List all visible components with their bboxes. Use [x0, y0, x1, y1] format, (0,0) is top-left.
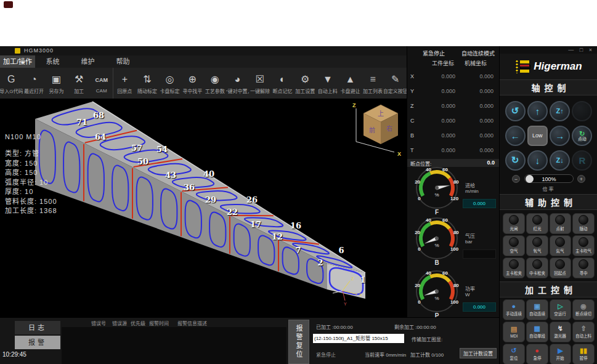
toolbar-item-import-gcode[interactable]: G导入G代码	[0, 68, 23, 99]
jog-x-plus[interactable]: →	[550, 126, 570, 146]
machining-label: 加工	[74, 87, 84, 94]
svg-text:40: 40	[426, 270, 431, 276]
jog-step-mode[interactable]: ↻点动	[572, 126, 592, 146]
menu-tab-help[interactable]: 帮助	[105, 55, 140, 68]
count-settings-button[interactable]: 加工计数设置	[460, 348, 497, 358]
mdi-icon: ▤	[511, 325, 517, 333]
override-slider-thumb[interactable]	[526, 175, 534, 183]
menu-tab-system[interactable]: 系统	[35, 55, 70, 68]
aux-button-spot-shot[interactable]: 点射	[550, 213, 572, 234]
process-button-manual-continuous[interactable]: ●手动连续	[503, 299, 525, 320]
part-info-line: 宽度: 150	[5, 159, 57, 169]
aux-button-main-chuck-blow[interactable]: 主卡吹气	[572, 235, 595, 256]
toolbar-item-cam[interactable]: CAMCAM	[90, 68, 113, 99]
toolbar-item-one-key-release[interactable]: ☒一键解除	[249, 68, 272, 99]
toolbar-item-save-as[interactable]: ▣另存为	[45, 68, 68, 99]
svg-text:Z: Z	[351, 277, 354, 281]
aux-button-mid-chuck-clamp[interactable]: 中卡松夹	[526, 257, 548, 278]
process-button-laser[interactable]: ↯激光器	[550, 322, 572, 342]
process-button-mdi[interactable]: ▤MDI	[503, 322, 525, 342]
tab-alarm[interactable]: 报警	[15, 336, 60, 349]
minimize-button[interactable]: —	[568, 47, 574, 53]
contour-number-6: 6	[338, 246, 344, 255]
toolbar-item-machining[interactable]: ⚒加工	[68, 68, 91, 99]
override-minus-button[interactable]: −	[512, 175, 520, 183]
close-button[interactable]: ×	[589, 47, 592, 53]
toolbar-item-home-origin[interactable]: +回原点	[113, 68, 136, 99]
aux-button-air[interactable]: 空气	[503, 235, 525, 256]
menu-tab-maintenance[interactable]: 维护	[70, 55, 105, 68]
current-file-field[interactable]: (12-150-150t)_A1_矩形管 150x15	[313, 334, 404, 343]
mode-status-label: 自动连续模式	[461, 49, 495, 57]
part-info-panel: N100 M10 类型: 方管宽度: 150高度: 150弧度半径: 10厚度:…	[5, 133, 57, 216]
toolbar-item-process-params[interactable]: ◉工艺参数	[203, 68, 226, 99]
svg-text:B: B	[434, 259, 439, 266]
toolbar-item-chuck-avoidance[interactable]: ▲卡盘避让	[339, 68, 362, 99]
jog-aux-bottom[interactable]: R	[572, 150, 592, 171]
toolbar-item-machining-settings[interactable]: ⚙加工设置	[294, 68, 317, 99]
pressure-gauge: 020406080100%B气压bar	[410, 215, 497, 264]
toolbar-item-machining-list[interactable]: ≡加工列表	[362, 68, 384, 99]
override-plus-button[interactable]: +	[577, 175, 585, 183]
aux-button-oxygen[interactable]: 氧气	[526, 235, 548, 256]
jog-y-minus[interactable]: ↓	[527, 150, 548, 171]
auto-single-block-label: 自动单段	[529, 333, 545, 339]
toolbar-item-centering-leveling[interactable]: ⊕寻中找平	[181, 68, 204, 99]
toolbar-item-one-key-centering[interactable]: ◕一键对中置入	[226, 68, 249, 99]
jog-x-minus[interactable]: ←	[505, 126, 526, 146]
process-button-pause[interactable]: ▮▮暂停	[572, 344, 595, 364]
process-button-reset[interactable]: ↺复位	[503, 344, 525, 364]
svg-text:0: 0	[418, 246, 421, 252]
process-button-estop[interactable]: ●急停	[526, 344, 548, 364]
aux-button-red-light[interactable]: 红光	[526, 213, 548, 234]
jog-z-minus[interactable]: Z↓	[550, 150, 570, 171]
aux-button-main-chuck-clamp[interactable]: 主卡松夹	[503, 257, 525, 278]
aux-button-centering[interactable]: 寻中	[572, 257, 595, 278]
brand-name: Higerman	[534, 60, 582, 73]
window-controls: — □ ×	[564, 47, 592, 53]
alarm-column-header: 报警时间	[149, 320, 169, 326]
maximize-button[interactable]: □	[580, 47, 583, 53]
breakpoint-memory-icon: ◐	[280, 72, 286, 87]
aux-button-return-start[interactable]: 回起点	[550, 257, 572, 278]
jog-aux-top[interactable]	[572, 101, 592, 121]
power-gauge-label: W	[465, 292, 470, 297]
jog-c-plus[interactable]: ↺	[505, 101, 526, 121]
axis-row-B: B0.0000.000	[407, 129, 500, 144]
toolbar-item-recent-open[interactable]: ◔最近打开	[23, 68, 46, 99]
air-label: 空气	[510, 248, 518, 254]
toolbar-item-chuck-calibration[interactable]: ◎卡盘标定	[158, 68, 181, 99]
alarm-reset-button[interactable]: 报警复位	[288, 320, 309, 364]
machined-time: 已加工 :00:00:00	[316, 323, 353, 330]
aux-button-follow[interactable]: 随动	[572, 213, 595, 234]
process-button-auto-continuous[interactable]: ▣自动连续	[526, 299, 548, 320]
process-button-auto-single-block[interactable]: ▦自动单段	[526, 322, 548, 342]
jog-z-plus[interactable]: Z↑	[550, 101, 570, 121]
aux-button-nitrogen[interactable]: 氮气	[550, 235, 572, 256]
part-info-line: 加工长度: 1368	[5, 206, 57, 216]
menu-tab-machining-operation[interactable]: 加工/操作	[0, 55, 35, 68]
toolbar-item-auto-loading[interactable]: ▼自动上料	[317, 68, 339, 99]
override-slider[interactable]: 100%	[524, 174, 574, 183]
toolbar-item-follow-calibration[interactable]: ⇅随动标定	[136, 68, 159, 99]
process-button-dry-run[interactable]: ▷空运行	[550, 299, 572, 320]
jog-y-plus[interactable]: ↑	[527, 101, 548, 121]
aux-button-shutter[interactable]: 光闸	[503, 213, 525, 234]
process-button-breakpoint-resume[interactable]: ◉断点续切	[572, 299, 595, 320]
process-button-start[interactable]: ▶开始	[550, 344, 572, 364]
auto-loading-label: 自动上料	[575, 333, 591, 339]
alarm-list[interactable]	[62, 327, 286, 364]
start-icon: ▶	[558, 347, 562, 354]
jog-low-mode[interactable]: Low	[527, 126, 548, 146]
jog-c-minus[interactable]: ↻	[505, 150, 526, 171]
svg-text:100: 100	[450, 299, 459, 305]
home-origin-icon: +	[122, 72, 128, 87]
laser-label: 激光器	[554, 333, 567, 339]
main-chuck-clamp-lamp-icon	[509, 259, 519, 269]
toolbar-item-breakpoint-memory[interactable]: ◐断点记忆	[271, 68, 294, 99]
3d-viewport[interactable]: 上前右ZXZXY N100 M10 类型: 方管宽度: 150高度: 150弧度…	[0, 99, 407, 317]
toolbar-item-custom-button[interactable]: ✎自定义按钮	[384, 68, 407, 99]
feed-gauge-dial: 020406080120%F	[412, 164, 466, 216]
jog-low-mode-icon: Low	[532, 132, 543, 139]
process-button-auto-loading[interactable]: ⇧自动上料	[572, 322, 595, 342]
